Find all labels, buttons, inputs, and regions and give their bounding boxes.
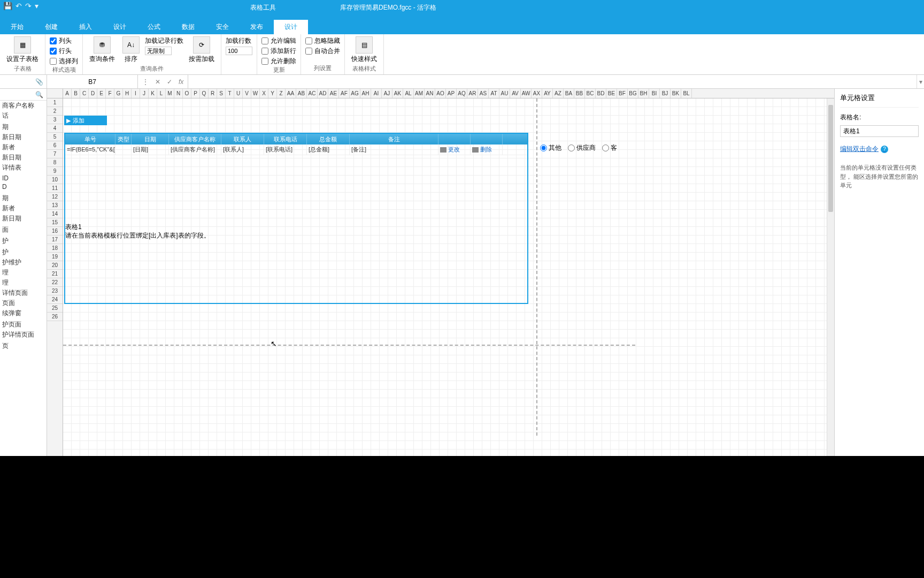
column-header[interactable]: AP <box>446 89 457 98</box>
cb-ignore-hidden[interactable]: 忽略隐藏 <box>305 36 340 45</box>
grid[interactable]: ▶ 添加 单号类型日期供应商客户名称联系人联系电话总金额备注 =IF(BE6=5… <box>63 98 834 473</box>
column-header[interactable]: J <box>140 89 149 98</box>
row-header[interactable]: 11 <box>47 184 63 193</box>
tab-security[interactable]: 安全 <box>205 20 240 34</box>
column-header[interactable]: N <box>174 89 183 98</box>
column-header[interactable]: X <box>260 89 268 98</box>
column-header[interactable]: A <box>63 89 72 98</box>
column-header[interactable]: BL <box>681 89 692 98</box>
tab-start[interactable]: 开始 <box>0 20 34 34</box>
column-header[interactable]: BB <box>574 89 585 98</box>
row-header[interactable]: 3 <box>47 116 63 124</box>
column-header[interactable]: AS <box>478 89 489 98</box>
column-header[interactable]: AD <box>318 89 328 98</box>
cb-allow-delete[interactable]: 允许删除 <box>261 57 296 66</box>
row-header[interactable]: 10 <box>47 176 63 184</box>
table-header-cell[interactable]: 总金额 <box>307 134 350 144</box>
tree-item[interactable]: 期 <box>0 122 47 132</box>
row-header[interactable]: 26 <box>47 313 63 321</box>
table-header-cell[interactable]: 联系人 <box>221 134 264 144</box>
row-header[interactable]: 8 <box>47 158 63 167</box>
row-header[interactable]: 7 <box>47 150 63 158</box>
row-header[interactable]: 22 <box>47 278 63 287</box>
undo-icon[interactable]: ↶ <box>16 2 22 10</box>
column-header[interactable]: BK <box>671 89 681 98</box>
tab-publish[interactable]: 发布 <box>240 20 274 34</box>
tree-item[interactable]: 护页面 <box>0 320 47 330</box>
table-name-input[interactable] <box>840 125 919 137</box>
table-data-cell[interactable]: [日期] <box>132 144 169 155</box>
column-header[interactable]: AC <box>307 89 318 98</box>
qat-dropdown-icon[interactable]: ▾ <box>35 2 38 10</box>
column-header[interactable]: F <box>106 89 114 98</box>
column-header[interactable]: G <box>114 89 123 98</box>
row-header[interactable]: 19 <box>47 253 63 261</box>
fx-icon[interactable]: fx <box>179 78 183 86</box>
column-header[interactable]: H <box>123 89 132 98</box>
column-header[interactable]: AE <box>328 89 339 98</box>
cb-col-header[interactable]: 列头 <box>50 36 78 45</box>
table-header-cell[interactable]: 联系电话 <box>264 134 307 144</box>
load-row-count-input[interactable] <box>145 47 172 55</box>
page-tree[interactable]: 商客户名称话期新日期新者新日期详情表IDD期新者新日期面护护护维护理理详情页面页… <box>0 101 47 486</box>
tree-item[interactable]: 护详情页面 <box>0 330 47 340</box>
row-header[interactable]: 1 <box>47 98 63 107</box>
table-header-cell[interactable]: 日期 <box>132 134 169 144</box>
tree-item[interactable]: 期 <box>0 193 47 203</box>
table-header-cell[interactable] <box>471 134 503 144</box>
column-header[interactable]: AT <box>489 89 499 98</box>
attach-icon[interactable]: 📎 <box>35 78 43 86</box>
tab-design2[interactable]: 设计 <box>274 20 308 34</box>
column-header[interactable]: E <box>97 89 106 98</box>
tree-item[interactable]: 护 <box>0 236 47 246</box>
row-header[interactable]: 18 <box>47 244 63 253</box>
tree-item[interactable]: D <box>0 182 47 191</box>
row-header[interactable]: 15 <box>47 218 63 227</box>
radio-supplier[interactable]: 供应商 <box>568 143 596 153</box>
column-header[interactable]: AR <box>467 89 478 98</box>
row-header[interactable]: 25 <box>47 304 63 313</box>
row-header[interactable]: 16 <box>47 227 63 235</box>
column-header[interactable]: BG <box>628 89 638 98</box>
row-header[interactable]: 5 <box>47 133 63 141</box>
tree-item[interactable]: 理 <box>0 268 47 278</box>
column-header[interactable]: AG <box>350 89 360 98</box>
column-header[interactable]: BF <box>617 89 628 98</box>
row-header[interactable]: 20 <box>47 261 63 270</box>
table-header-cell[interactable]: 类型 <box>116 134 132 144</box>
column-header[interactable]: B <box>72 89 80 98</box>
column-header[interactable]: W <box>251 89 260 98</box>
tree-item[interactable]: 理 <box>0 278 47 288</box>
cb-add-new[interactable]: 添加新行 <box>261 47 296 56</box>
column-header[interactable]: AF <box>339 89 350 98</box>
column-header[interactable]: BC <box>585 89 596 98</box>
row-header[interactable]: 2 <box>47 107 63 116</box>
column-header[interactable]: BA <box>564 89 574 98</box>
subtable-settings-button[interactable]: ▦ 设置子表格 <box>4 35 41 65</box>
column-header[interactable]: AQ <box>457 89 467 98</box>
column-header[interactable]: T <box>226 89 234 98</box>
column-header[interactable]: O <box>183 89 191 98</box>
column-header[interactable]: Z <box>277 89 286 98</box>
tree-item[interactable]: 护 <box>0 247 47 257</box>
sort-button[interactable]: A↓ 排序 <box>120 35 142 65</box>
column-header[interactable]: AA <box>286 89 296 98</box>
table-data-cell[interactable]: =IF(BE6=5,"CK"&[单 <box>65 144 116 155</box>
row-header[interactable]: 4 <box>47 124 63 133</box>
table-region[interactable]: 单号类型日期供应商客户名称联系人联系电话总金额备注 =IF(BE6=5,"CK"… <box>64 133 528 304</box>
edit-dblclick-cmd-link[interactable]: 编辑双击命令? <box>840 144 888 154</box>
column-header[interactable]: D <box>89 89 97 98</box>
table-header-cell[interactable] <box>438 134 471 144</box>
column-header[interactable]: AY <box>542 89 553 98</box>
column-header[interactable]: AK <box>392 89 403 98</box>
tab-formula[interactable]: 公式 <box>137 20 171 34</box>
column-header[interactable]: AM <box>414 89 425 98</box>
column-header[interactable]: AI <box>371 89 382 98</box>
column-header[interactable]: P <box>191 89 200 98</box>
edit-link-cell[interactable]: 更改 <box>438 144 471 155</box>
tab-design1[interactable]: 设计 <box>103 20 137 34</box>
cb-allow-edit[interactable]: 允许编辑 <box>261 36 296 45</box>
tree-item[interactable]: 续弹窗 <box>0 308 47 318</box>
column-header[interactable]: BI <box>649 89 660 98</box>
vertical-scrollbar[interactable] <box>827 98 834 473</box>
